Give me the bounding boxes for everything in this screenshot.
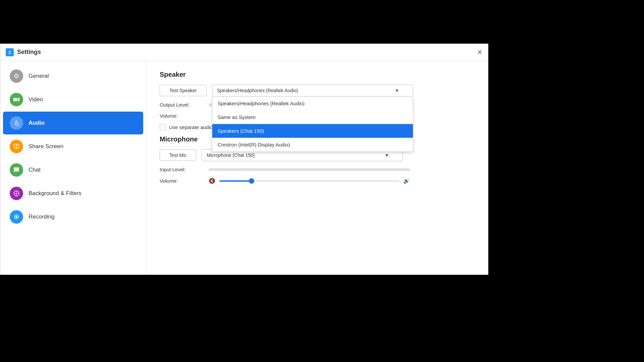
settings-window: Z Settings ✕ ⚙ General Video [0, 44, 488, 275]
input-level-bar [209, 168, 410, 171]
speaker-option-crestron[interactable]: Crestron (Intel(R) Display Audio) [212, 138, 413, 152]
mic-volume-slider[interactable] [219, 180, 399, 182]
sidebar-label-video: Video [29, 96, 43, 103]
input-level-fill [209, 168, 410, 171]
svg-point-7 [15, 216, 17, 218]
separate-audio-checkbox[interactable] [160, 124, 166, 130]
speaker-dropdown: Speakers/Headphones (Realtek Audio) Same… [212, 97, 413, 152]
separate-audio-label: Use separate audio [169, 124, 213, 130]
sidebar-label-background: Background & Filters [29, 190, 82, 197]
content-area: ⚙ General Video Audio [0, 61, 488, 275]
audio-icon [10, 116, 23, 130]
mic-volume-fill [219, 180, 252, 182]
sidebar-item-recording[interactable]: Recording [3, 205, 143, 228]
volume-mute-icon: 🔇 [209, 178, 215, 184]
output-level-label: Output Level: [160, 102, 203, 108]
recording-icon [10, 210, 23, 224]
test-speaker-button[interactable]: Test Speaker [160, 85, 207, 96]
volume-loud-icon: 🔊 [403, 178, 410, 184]
test-speaker-row: Test Speaker Speakers/Headphones (Realte… [160, 84, 475, 97]
sharescreen-icon [10, 140, 23, 153]
sidebar-label-audio: Audio [29, 120, 45, 126]
chat-icon [10, 163, 23, 177]
background-icon [10, 187, 23, 200]
sidebar: ⚙ General Video Audio [0, 61, 146, 275]
sidebar-item-video[interactable]: Video [3, 88, 143, 111]
speaker-option-realtek[interactable]: Speakers/Headphones (Realtek Audio) [212, 97, 413, 110]
sidebar-item-general[interactable]: ⚙ General [3, 65, 143, 87]
microphone-select-value: Microphone (Chat 150) [207, 153, 255, 158]
mic-chevron-down-icon: ▼ [384, 153, 389, 158]
speaker-option-system[interactable]: Same as System [212, 110, 413, 124]
sidebar-label-recording: Recording [29, 214, 55, 220]
svg-marker-3 [17, 98, 19, 102]
svg-rect-2 [13, 98, 17, 101]
speaker-section-title: Speaker [160, 71, 475, 78]
mic-volume-row: Volume: 🔇 🔊 [160, 178, 475, 184]
chevron-down-icon: ▼ [395, 88, 399, 93]
close-button[interactable]: ✕ [477, 49, 483, 56]
speaker-select-wrapper: Speakers/Headphones (Realtek Audio) ▼ Sp… [212, 84, 413, 97]
app-logo: Z [6, 48, 14, 56]
input-level-row: Input Level: [160, 167, 475, 172]
speaker-volume-label: Volume: [160, 113, 203, 119]
sidebar-item-chat[interactable]: Chat [3, 159, 143, 181]
sidebar-item-sharescreen[interactable]: Share Screen [3, 135, 143, 158]
video-icon [10, 93, 23, 106]
svg-text:Z: Z [8, 50, 11, 55]
sidebar-label-sharescreen: Share Screen [29, 143, 63, 150]
sidebar-label-general: General [29, 73, 49, 79]
mic-volume-label: Volume: [160, 178, 203, 184]
sidebar-item-background[interactable]: Background & Filters [3, 182, 143, 205]
sidebar-label-chat: Chat [29, 167, 41, 173]
speaker-select-value: Speakers/Headphones (Realtek Audio) [217, 88, 298, 93]
sidebar-item-audio[interactable]: Audio [3, 112, 143, 134]
speaker-select[interactable]: Speakers/Headphones (Realtek Audio) ▼ [212, 84, 413, 97]
mic-volume-control: 🔇 🔊 [209, 178, 410, 184]
speaker-option-chat150[interactable]: Speakers (Chat 150) [212, 124, 413, 138]
main-content: Speaker Test Speaker Speakers/Headphones… [146, 61, 488, 275]
titlebar: Z Settings ✕ [0, 44, 488, 61]
window-title: Settings [17, 49, 41, 56]
mic-volume-thumb[interactable] [249, 178, 254, 184]
input-level-label: Input Level: [160, 167, 203, 172]
test-mic-button[interactable]: Test Mic [160, 149, 196, 161]
general-icon: ⚙ [10, 69, 23, 83]
